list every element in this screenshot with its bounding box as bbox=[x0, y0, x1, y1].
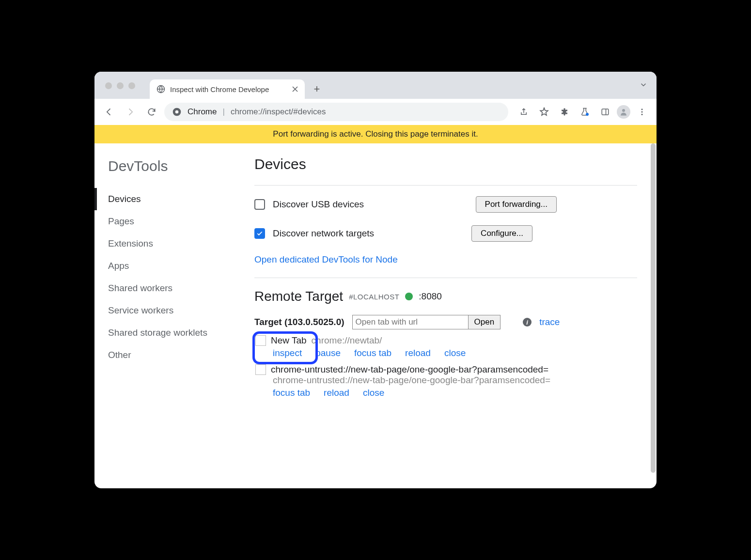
info-icon[interactable]: i bbox=[523, 318, 532, 327]
discover-network-row: Discover network targets Configure... bbox=[254, 225, 637, 242]
discover-usb-row: Discover USB devices Port forwarding... bbox=[254, 196, 637, 213]
labs-icon[interactable] bbox=[576, 103, 594, 121]
menu-icon[interactable] bbox=[633, 103, 651, 121]
entry-title: chrome-untrusted://new-tab-page/one-goog… bbox=[271, 364, 548, 375]
remote-target-heading: Remote Target #LOCALHOST :8080 bbox=[254, 289, 637, 304]
action-close[interactable]: close bbox=[363, 388, 384, 398]
port-forwarding-button[interactable]: Port forwarding... bbox=[476, 196, 557, 213]
sidebar-item-apps[interactable]: Apps bbox=[94, 255, 254, 277]
favicon-icon bbox=[255, 335, 266, 346]
discover-usb-checkbox[interactable] bbox=[254, 199, 265, 210]
address-bar[interactable]: Chrome | chrome://inspect/#devices bbox=[164, 103, 508, 121]
sidebar: DevTools DevicesPagesExtensionsAppsShare… bbox=[94, 143, 254, 488]
target-entry: chrome-untrusted://new-tab-page/one-goog… bbox=[255, 364, 637, 398]
discover-network-checkbox[interactable] bbox=[254, 228, 265, 239]
remote-port: :8080 bbox=[419, 291, 442, 302]
discover-network-label: Discover network targets bbox=[273, 228, 464, 239]
browser-tab[interactable]: Inspect with Chrome Develope bbox=[150, 79, 305, 99]
svg-point-6 bbox=[641, 111, 643, 113]
sidebar-item-shared-workers[interactable]: Shared workers bbox=[94, 277, 254, 299]
action-focus-tab[interactable]: focus tab bbox=[354, 348, 391, 358]
svg-rect-3 bbox=[602, 109, 609, 115]
favicon-icon bbox=[255, 364, 266, 375]
sidebar-item-shared-storage-worklets[interactable]: Shared storage worklets bbox=[94, 322, 254, 344]
url-scheme: Chrome bbox=[188, 107, 217, 117]
tabs-chevron-icon[interactable] bbox=[639, 80, 648, 89]
target-version: Target (103.0.5025.0) bbox=[254, 317, 344, 327]
action-reload[interactable]: reload bbox=[324, 388, 349, 398]
action-close[interactable]: close bbox=[444, 348, 466, 358]
browser-window: Inspect with Chrome Develope + Chrome | … bbox=[94, 72, 657, 488]
svg-point-4 bbox=[622, 109, 625, 112]
action-focus-tab[interactable]: focus tab bbox=[273, 388, 310, 398]
separator bbox=[254, 278, 637, 278]
action-pause[interactable]: pause bbox=[315, 348, 341, 358]
configure-button[interactable]: Configure... bbox=[471, 225, 532, 242]
sidebar-title: DevTools bbox=[94, 158, 254, 174]
svg-point-2 bbox=[175, 110, 179, 114]
url-divider: | bbox=[222, 107, 224, 117]
page-heading: Devices bbox=[254, 156, 637, 172]
trace-link[interactable]: trace bbox=[539, 317, 560, 327]
globe-icon bbox=[156, 85, 165, 93]
tab-title: Inspect with Chrome Develope bbox=[170, 85, 287, 93]
extensions-icon[interactable] bbox=[556, 103, 573, 121]
toolbar: Chrome | chrome://inspect/#devices bbox=[94, 99, 657, 125]
chrome-icon bbox=[172, 107, 182, 117]
target-row: Target (103.0.5025.0) Open i trace bbox=[254, 315, 637, 329]
separator bbox=[254, 185, 637, 186]
minimize-window-icon[interactable] bbox=[117, 82, 124, 89]
scrollbar[interactable] bbox=[651, 143, 656, 473]
remote-target-title: Remote Target bbox=[254, 289, 343, 304]
entry-url: chrome-untrusted://new-tab-page/one-goog… bbox=[273, 375, 637, 386]
svg-point-7 bbox=[641, 114, 643, 115]
reload-button[interactable] bbox=[143, 103, 160, 121]
open-button[interactable]: Open bbox=[468, 315, 501, 329]
titlebar: Inspect with Chrome Develope + bbox=[94, 72, 657, 99]
sidebar-item-other[interactable]: Other bbox=[94, 344, 254, 366]
window-controls bbox=[105, 82, 135, 89]
status-dot-icon bbox=[405, 293, 413, 300]
maximize-window-icon[interactable] bbox=[128, 82, 135, 89]
new-tab-button[interactable]: + bbox=[309, 81, 325, 97]
page-content: DevTools DevicesPagesExtensionsAppsShare… bbox=[94, 143, 657, 488]
action-inspect[interactable]: inspect bbox=[273, 348, 302, 358]
back-button[interactable] bbox=[100, 103, 118, 121]
entry-url: chrome://newtab/ bbox=[312, 335, 382, 346]
target-entry: New Tab chrome://newtab/inspectpausefocu… bbox=[255, 335, 637, 358]
sidebar-item-service-workers[interactable]: Service workers bbox=[94, 299, 254, 322]
share-icon[interactable] bbox=[515, 103, 532, 121]
discover-usb-label: Discover USB devices bbox=[273, 199, 468, 210]
port-forwarding-banner: Port forwarding is active. Closing this … bbox=[94, 125, 657, 143]
svg-point-5 bbox=[641, 109, 643, 110]
close-tab-icon[interactable] bbox=[292, 86, 298, 92]
main-panel: Devices Discover USB devices Port forwar… bbox=[254, 143, 657, 488]
profile-avatar[interactable] bbox=[617, 105, 630, 119]
remote-target-subtitle: #LOCALHOST bbox=[349, 293, 399, 301]
open-tab-url-input[interactable] bbox=[352, 315, 469, 329]
action-reload[interactable]: reload bbox=[405, 348, 431, 358]
node-devtools-link[interactable]: Open dedicated DevTools for Node bbox=[254, 254, 398, 265]
close-window-icon[interactable] bbox=[105, 82, 112, 89]
url-path: chrome://inspect/#devices bbox=[231, 107, 326, 117]
sidebar-item-devices[interactable]: Devices bbox=[94, 188, 254, 210]
bookmark-icon[interactable] bbox=[535, 103, 553, 121]
entry-title: New Tab bbox=[271, 335, 307, 346]
forward-button[interactable] bbox=[122, 103, 139, 121]
sidebar-item-extensions[interactable]: Extensions bbox=[94, 233, 254, 255]
panel-icon[interactable] bbox=[596, 103, 614, 121]
sidebar-item-pages[interactable]: Pages bbox=[94, 210, 254, 233]
